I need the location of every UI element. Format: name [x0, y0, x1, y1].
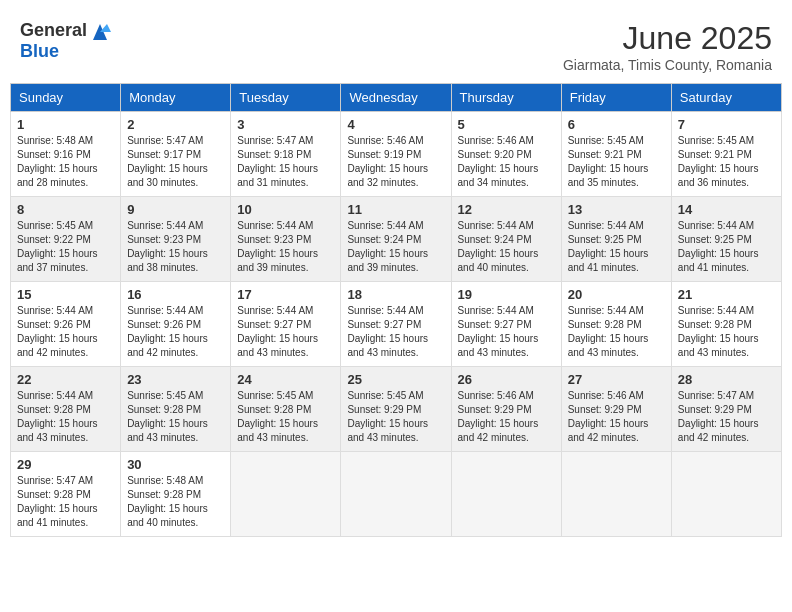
- header-friday: Friday: [561, 84, 671, 112]
- day-info: Sunrise: 5:45 AMSunset: 9:21 PMDaylight:…: [678, 134, 775, 190]
- table-row: 6Sunrise: 5:45 AMSunset: 9:21 PMDaylight…: [561, 112, 671, 197]
- day-info: Sunrise: 5:46 AMSunset: 9:19 PMDaylight:…: [347, 134, 444, 190]
- day-number: 25: [347, 372, 444, 387]
- day-info: Sunrise: 5:45 AMSunset: 9:22 PMDaylight:…: [17, 219, 114, 275]
- logo-blue-text: Blue: [20, 41, 59, 62]
- day-info: Sunrise: 5:48 AMSunset: 9:28 PMDaylight:…: [127, 474, 224, 530]
- table-row: 19Sunrise: 5:44 AMSunset: 9:27 PMDayligh…: [451, 282, 561, 367]
- table-row: 9Sunrise: 5:44 AMSunset: 9:23 PMDaylight…: [121, 197, 231, 282]
- table-row: [671, 452, 781, 537]
- table-row: 30Sunrise: 5:48 AMSunset: 9:28 PMDayligh…: [121, 452, 231, 537]
- table-row: [231, 452, 341, 537]
- day-info: Sunrise: 5:45 AMSunset: 9:29 PMDaylight:…: [347, 389, 444, 445]
- day-number: 10: [237, 202, 334, 217]
- day-info: Sunrise: 5:45 AMSunset: 9:28 PMDaylight:…: [127, 389, 224, 445]
- day-number: 22: [17, 372, 114, 387]
- page-header: General Blue June 2025 Giarmata, Timis C…: [10, 10, 782, 78]
- day-info: Sunrise: 5:44 AMSunset: 9:25 PMDaylight:…: [568, 219, 665, 275]
- table-row: 12Sunrise: 5:44 AMSunset: 9:24 PMDayligh…: [451, 197, 561, 282]
- table-row: 20Sunrise: 5:44 AMSunset: 9:28 PMDayligh…: [561, 282, 671, 367]
- header-monday: Monday: [121, 84, 231, 112]
- day-number: 20: [568, 287, 665, 302]
- logo-icon: [89, 22, 111, 40]
- day-info: Sunrise: 5:45 AMSunset: 9:28 PMDaylight:…: [237, 389, 334, 445]
- day-number: 11: [347, 202, 444, 217]
- table-row: 23Sunrise: 5:45 AMSunset: 9:28 PMDayligh…: [121, 367, 231, 452]
- table-row: 16Sunrise: 5:44 AMSunset: 9:26 PMDayligh…: [121, 282, 231, 367]
- day-info: Sunrise: 5:47 AMSunset: 9:28 PMDaylight:…: [17, 474, 114, 530]
- calendar-row: 22Sunrise: 5:44 AMSunset: 9:28 PMDayligh…: [11, 367, 782, 452]
- day-number: 5: [458, 117, 555, 132]
- day-number: 1: [17, 117, 114, 132]
- day-number: 19: [458, 287, 555, 302]
- table-row: 10Sunrise: 5:44 AMSunset: 9:23 PMDayligh…: [231, 197, 341, 282]
- table-row: 25Sunrise: 5:45 AMSunset: 9:29 PMDayligh…: [341, 367, 451, 452]
- table-row: 22Sunrise: 5:44 AMSunset: 9:28 PMDayligh…: [11, 367, 121, 452]
- day-info: Sunrise: 5:46 AMSunset: 9:29 PMDaylight:…: [458, 389, 555, 445]
- table-row: [451, 452, 561, 537]
- table-row: 21Sunrise: 5:44 AMSunset: 9:28 PMDayligh…: [671, 282, 781, 367]
- day-number: 24: [237, 372, 334, 387]
- table-row: 2Sunrise: 5:47 AMSunset: 9:17 PMDaylight…: [121, 112, 231, 197]
- table-row: 17Sunrise: 5:44 AMSunset: 9:27 PMDayligh…: [231, 282, 341, 367]
- day-info: Sunrise: 5:44 AMSunset: 9:27 PMDaylight:…: [347, 304, 444, 360]
- table-row: 7Sunrise: 5:45 AMSunset: 9:21 PMDaylight…: [671, 112, 781, 197]
- table-row: 1Sunrise: 5:48 AMSunset: 9:16 PMDaylight…: [11, 112, 121, 197]
- calendar-row: 1Sunrise: 5:48 AMSunset: 9:16 PMDaylight…: [11, 112, 782, 197]
- day-number: 14: [678, 202, 775, 217]
- table-row: 5Sunrise: 5:46 AMSunset: 9:20 PMDaylight…: [451, 112, 561, 197]
- table-row: [341, 452, 451, 537]
- day-info: Sunrise: 5:44 AMSunset: 9:27 PMDaylight:…: [237, 304, 334, 360]
- table-row: 4Sunrise: 5:46 AMSunset: 9:19 PMDaylight…: [341, 112, 451, 197]
- day-info: Sunrise: 5:44 AMSunset: 9:26 PMDaylight:…: [17, 304, 114, 360]
- day-info: Sunrise: 5:44 AMSunset: 9:23 PMDaylight:…: [237, 219, 334, 275]
- day-info: Sunrise: 5:46 AMSunset: 9:29 PMDaylight:…: [568, 389, 665, 445]
- table-row: 3Sunrise: 5:47 AMSunset: 9:18 PMDaylight…: [231, 112, 341, 197]
- header-sunday: Sunday: [11, 84, 121, 112]
- day-number: 15: [17, 287, 114, 302]
- day-number: 18: [347, 287, 444, 302]
- day-info: Sunrise: 5:44 AMSunset: 9:26 PMDaylight:…: [127, 304, 224, 360]
- calendar-header-row: Sunday Monday Tuesday Wednesday Thursday…: [11, 84, 782, 112]
- day-number: 23: [127, 372, 224, 387]
- day-number: 9: [127, 202, 224, 217]
- day-info: Sunrise: 5:44 AMSunset: 9:25 PMDaylight:…: [678, 219, 775, 275]
- day-info: Sunrise: 5:44 AMSunset: 9:27 PMDaylight:…: [458, 304, 555, 360]
- day-info: Sunrise: 5:47 AMSunset: 9:29 PMDaylight:…: [678, 389, 775, 445]
- table-row: 26Sunrise: 5:46 AMSunset: 9:29 PMDayligh…: [451, 367, 561, 452]
- table-row: 11Sunrise: 5:44 AMSunset: 9:24 PMDayligh…: [341, 197, 451, 282]
- day-info: Sunrise: 5:44 AMSunset: 9:28 PMDaylight:…: [568, 304, 665, 360]
- table-row: 13Sunrise: 5:44 AMSunset: 9:25 PMDayligh…: [561, 197, 671, 282]
- day-info: Sunrise: 5:45 AMSunset: 9:21 PMDaylight:…: [568, 134, 665, 190]
- day-number: 21: [678, 287, 775, 302]
- location-subtitle: Giarmata, Timis County, Romania: [563, 57, 772, 73]
- header-saturday: Saturday: [671, 84, 781, 112]
- table-row: 24Sunrise: 5:45 AMSunset: 9:28 PMDayligh…: [231, 367, 341, 452]
- day-info: Sunrise: 5:47 AMSunset: 9:17 PMDaylight:…: [127, 134, 224, 190]
- day-number: 8: [17, 202, 114, 217]
- day-info: Sunrise: 5:48 AMSunset: 9:16 PMDaylight:…: [17, 134, 114, 190]
- header-thursday: Thursday: [451, 84, 561, 112]
- day-number: 30: [127, 457, 224, 472]
- day-number: 2: [127, 117, 224, 132]
- header-tuesday: Tuesday: [231, 84, 341, 112]
- logo-general-text: General: [20, 20, 87, 41]
- day-info: Sunrise: 5:44 AMSunset: 9:28 PMDaylight:…: [678, 304, 775, 360]
- day-info: Sunrise: 5:44 AMSunset: 9:24 PMDaylight:…: [458, 219, 555, 275]
- table-row: 8Sunrise: 5:45 AMSunset: 9:22 PMDaylight…: [11, 197, 121, 282]
- table-row: [561, 452, 671, 537]
- title-section: June 2025 Giarmata, Timis County, Romani…: [563, 20, 772, 73]
- day-number: 29: [17, 457, 114, 472]
- day-number: 16: [127, 287, 224, 302]
- day-info: Sunrise: 5:44 AMSunset: 9:24 PMDaylight:…: [347, 219, 444, 275]
- day-number: 12: [458, 202, 555, 217]
- day-number: 28: [678, 372, 775, 387]
- table-row: 14Sunrise: 5:44 AMSunset: 9:25 PMDayligh…: [671, 197, 781, 282]
- table-row: 28Sunrise: 5:47 AMSunset: 9:29 PMDayligh…: [671, 367, 781, 452]
- day-info: Sunrise: 5:44 AMSunset: 9:28 PMDaylight:…: [17, 389, 114, 445]
- day-number: 17: [237, 287, 334, 302]
- calendar-row: 29Sunrise: 5:47 AMSunset: 9:28 PMDayligh…: [11, 452, 782, 537]
- calendar-table: Sunday Monday Tuesday Wednesday Thursday…: [10, 83, 782, 537]
- table-row: 27Sunrise: 5:46 AMSunset: 9:29 PMDayligh…: [561, 367, 671, 452]
- calendar-row: 15Sunrise: 5:44 AMSunset: 9:26 PMDayligh…: [11, 282, 782, 367]
